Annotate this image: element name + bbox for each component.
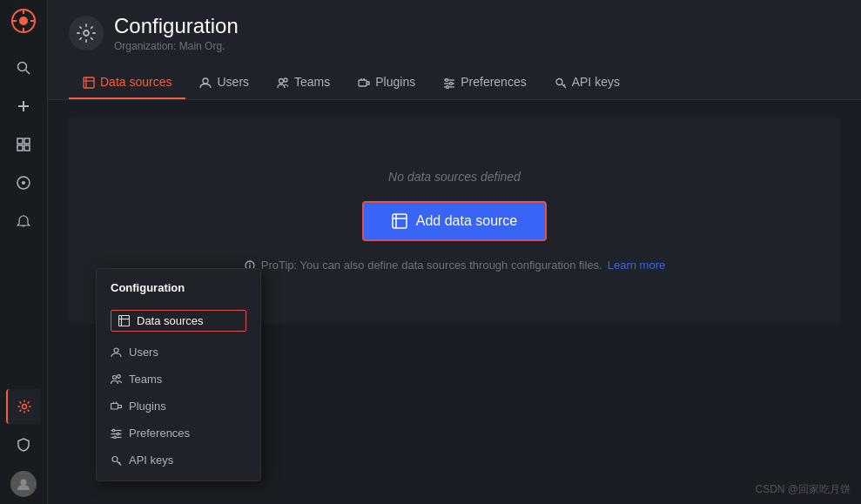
preferences-tab-icon — [443, 75, 455, 89]
teams-tab-icon — [277, 75, 289, 89]
svg-rect-49 — [111, 404, 118, 410]
svg-point-22 — [203, 78, 208, 84]
flyout-preferences-label: Preferences — [129, 427, 190, 440]
sidebar-narrow — [0, 0, 48, 504]
page-header: Configuration Organization: Main Org. Da… — [48, 0, 861, 100]
svg-point-17 — [21, 480, 27, 486]
tab-data-sources-label: Data sources — [100, 75, 172, 89]
svg-point-16 — [23, 405, 27, 409]
svg-rect-37 — [393, 214, 407, 228]
svg-point-6 — [18, 63, 27, 71]
flyout-api-keys-label: API keys — [129, 454, 173, 467]
svg-point-34 — [556, 78, 562, 84]
protip-row: ProTip: You can also define data sources… — [244, 259, 665, 272]
add-data-source-button[interactable]: Add data source — [362, 201, 548, 241]
explore-icon-btn[interactable] — [6, 165, 41, 200]
tab-nav: Data sources Users — [69, 66, 840, 99]
svg-point-15 — [22, 181, 25, 185]
svg-rect-11 — [24, 138, 30, 144]
svg-point-47 — [113, 376, 117, 380]
svg-point-57 — [114, 436, 117, 439]
no-data-message: No data sources defined — [388, 170, 521, 184]
watermark: CSDN @回家吃月饼 — [755, 482, 851, 497]
tab-users[interactable]: Users — [185, 66, 263, 99]
flyout-menu: Configuration Data sources Users — [96, 268, 261, 481]
config-icon-btn[interactable] — [6, 389, 41, 424]
tab-plugins-label: Plugins — [375, 75, 415, 89]
page-title: Configuration — [114, 14, 239, 38]
flyout-item-users[interactable]: Users — [97, 339, 260, 366]
svg-point-33 — [447, 85, 449, 88]
tab-users-label: Users — [217, 75, 249, 89]
learn-more-link[interactable]: Learn more — [608, 259, 665, 272]
flyout-teams-label: Teams — [129, 373, 162, 386]
page-icon — [69, 16, 104, 50]
svg-line-60 — [119, 462, 121, 464]
tab-preferences-label: Preferences — [461, 75, 526, 89]
svg-rect-13 — [24, 145, 30, 151]
svg-point-24 — [284, 78, 287, 82]
tab-data-sources[interactable]: Data sources — [69, 66, 185, 99]
svg-rect-43 — [119, 316, 130, 326]
svg-rect-19 — [84, 77, 94, 88]
svg-rect-10 — [17, 138, 23, 144]
svg-point-32 — [450, 82, 453, 84]
tab-plugins[interactable]: Plugins — [344, 66, 429, 99]
svg-point-41 — [249, 262, 251, 264]
plugins-tab-icon — [358, 75, 370, 89]
svg-point-31 — [446, 78, 448, 81]
tab-preferences[interactable]: Preferences — [429, 66, 540, 99]
flyout-item-data-sources[interactable]: Data sources — [97, 303, 260, 339]
flyout-plugins-label: Plugins — [129, 400, 166, 413]
protip-text: ProTip: You can also define data sources… — [261, 259, 602, 272]
svg-point-18 — [84, 30, 89, 36]
api-keys-tab-icon — [555, 75, 567, 89]
svg-line-7 — [26, 71, 30, 75]
svg-point-23 — [279, 78, 284, 83]
alerting-icon-btn[interactable] — [6, 204, 41, 239]
data-sources-tab-icon — [83, 75, 95, 89]
add-data-source-label: Add data source — [416, 213, 518, 229]
svg-point-48 — [118, 375, 121, 379]
shield-icon-btn[interactable] — [6, 427, 41, 462]
tab-teams-label: Teams — [294, 75, 330, 89]
svg-point-46 — [114, 348, 118, 353]
svg-point-56 — [117, 433, 119, 435]
add-icon-btn[interactable] — [6, 89, 41, 124]
users-tab-icon — [199, 75, 212, 89]
flyout-item-plugins[interactable]: Plugins — [97, 393, 260, 420]
svg-point-1 — [19, 17, 28, 25]
svg-point-58 — [112, 457, 118, 462]
svg-rect-25 — [359, 80, 367, 86]
svg-line-36 — [563, 84, 565, 86]
flyout-title: Configuration — [97, 276, 260, 303]
search-icon-btn[interactable] — [6, 50, 41, 85]
tab-api-keys-label: API keys — [572, 75, 620, 89]
svg-point-55 — [112, 429, 115, 432]
page-subtitle: Organization: Main Org. — [114, 40, 239, 52]
main-area: Configuration Organization: Main Org. Da… — [48, 0, 861, 504]
flyout-users-label: Users — [129, 346, 158, 359]
flyout-item-teams[interactable]: Teams — [97, 366, 260, 393]
dashboards-icon-btn[interactable] — [6, 127, 41, 162]
tab-api-keys[interactable]: API keys — [541, 66, 634, 99]
flyout-item-api-keys[interactable]: API keys — [97, 447, 260, 474]
app-logo[interactable] — [10, 7, 37, 35]
flyout-item-preferences[interactable]: Preferences — [97, 420, 260, 447]
flyout-data-sources-label: Data sources — [137, 314, 204, 327]
user-avatar[interactable] — [10, 471, 37, 497]
svg-rect-12 — [17, 145, 23, 151]
tab-teams[interactable]: Teams — [263, 66, 344, 99]
